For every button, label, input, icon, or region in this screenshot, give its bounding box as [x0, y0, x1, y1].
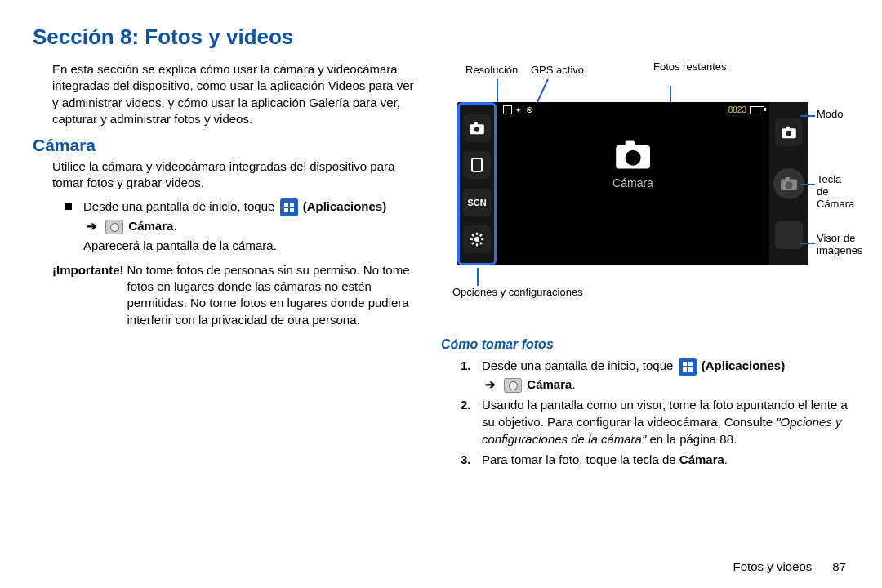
settings-button[interactable] [463, 225, 491, 253]
s3a: Para tomar la foto, toque la tecla de [482, 452, 679, 466]
center-camera-icon: Cámara [612, 140, 653, 189]
s1-cam: Cámara [527, 377, 572, 391]
svg-point-21 [786, 181, 793, 189]
label-tecla-camara: Tecla de Cámara [817, 174, 854, 211]
footer-page: 87 [832, 559, 846, 573]
arrow-icon: ➔ [485, 377, 496, 391]
center-camera-label: Cámara [612, 176, 653, 189]
label-opciones: Opciones y configuraciones [452, 287, 583, 299]
label-gps: GPS activo [531, 65, 584, 77]
flash-button[interactable] [463, 151, 491, 179]
camera-diagram: Resolución GPS activo Fotos restantes ✦ … [441, 61, 849, 331]
scene-mode-button[interactable]: SCN [463, 189, 491, 216]
svg-point-18 [786, 131, 791, 136]
apps-label: (Aplicaciones) [303, 199, 387, 213]
s2b: en la página 88. [649, 432, 737, 446]
gallery-button[interactable] [775, 221, 803, 249]
footer-chapter: Fotos y videos [733, 559, 813, 573]
left-column: En esta sección se explica cómo usar la … [33, 61, 420, 471]
apps-icon [679, 358, 697, 376]
svg-point-4 [474, 237, 479, 242]
step-3: 3. Para tomar la foto, toque la tecla de… [461, 451, 849, 468]
svg-point-2 [474, 127, 479, 131]
camera-preview: ✦ ⦿ 8823 SCN Cámara [457, 102, 808, 265]
camera-icon [504, 378, 522, 393]
status-bar: ✦ ⦿ [503, 105, 534, 114]
camera-icon [105, 220, 123, 234]
camera-step-prefix: Desde una pantalla de inicio, toque [83, 199, 278, 213]
arrow-icon: ➔ [87, 219, 97, 233]
period: . [173, 219, 176, 233]
svg-rect-20 [786, 177, 790, 180]
battery-icon [750, 106, 764, 114]
s1-apps: (Aplicaciones) [702, 359, 786, 372]
camera-desc: Utilice la cámara y videocámara integrad… [33, 158, 420, 192]
s3b: Cámara [679, 452, 724, 466]
counter-value: 8823 [728, 105, 746, 114]
svg-line-9 [472, 234, 474, 236]
important-text: No tome fotos de personas sin su permiso… [127, 262, 421, 328]
svg-rect-3 [472, 158, 482, 172]
step-1: 1. Desde una pantalla de inicio, toque (… [461, 357, 849, 393]
status-text: ✦ ⦿ [515, 106, 534, 114]
page-footer: Fotos y videos 87 [733, 559, 846, 573]
important-label: ¡Importante! [52, 262, 124, 328]
svg-rect-1 [474, 122, 478, 125]
camera-heading: Cámara [33, 136, 420, 155]
resolution-indicator-icon [503, 105, 512, 114]
camera-after: Aparecerá la pantalla de la cámara. [83, 238, 420, 254]
label-resolucion: Resolución [466, 65, 518, 77]
svg-line-11 [472, 243, 474, 244]
intro-text: En esta sección se explica cómo usar la … [33, 61, 420, 127]
switch-camera-button[interactable] [463, 114, 491, 142]
s1-prefix: Desde una pantalla de inicio, toque [482, 359, 677, 372]
svg-line-10 [480, 243, 482, 244]
right-column: Resolución GPS activo Fotos restantes ✦ … [441, 61, 849, 471]
s3c: . [724, 452, 728, 466]
apps-icon [280, 198, 298, 216]
svg-rect-17 [786, 126, 790, 128]
label-visor: Visor de imágenes [817, 233, 862, 257]
photo-counter: 8823 [728, 105, 764, 114]
label-modo: Modo [817, 109, 844, 121]
left-stripe: SCN [457, 102, 497, 265]
svg-point-15 [625, 150, 640, 166]
svg-line-12 [480, 234, 482, 236]
label-fotos-restantes: Fotos restantes [653, 61, 727, 74]
camera-label: Cámara [128, 219, 173, 233]
step-2: 2. Usando la pantalla como un visor, tom… [461, 396, 849, 448]
howto-heading: Cómo tomar fotos [441, 337, 849, 352]
camera-step: Desde una pantalla de inicio, toque (Apl… [65, 197, 420, 254]
important-block: ¡Importante! No tome fotos de personas s… [52, 262, 420, 328]
howto-steps: 1. Desde una pantalla de inicio, toque (… [441, 357, 849, 468]
svg-rect-14 [625, 140, 634, 147]
mode-button[interactable] [775, 118, 803, 146]
section-title: Sección 8: Fotos y videos [33, 24, 849, 50]
bullet-icon [65, 203, 72, 210]
